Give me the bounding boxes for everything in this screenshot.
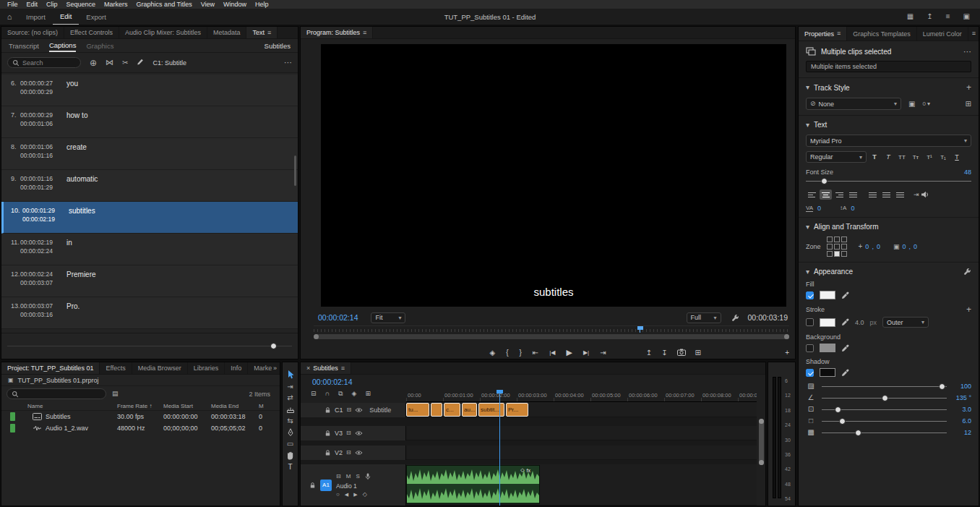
project-item-row[interactable]: Audio 1_2.wav 48000 Hz 00;00;00;00 00;05… <box>1 422 280 434</box>
tab-libraries[interactable]: Libraries <box>188 362 225 374</box>
clip-fx-badge[interactable]: ◇fx <box>520 467 530 473</box>
menu-clip[interactable]: Clip <box>42 1 62 8</box>
tab-properties[interactable]: Properties≡ <box>799 27 847 41</box>
comparison-view-button[interactable]: ⊞ <box>695 346 701 358</box>
speaker-icon[interactable] <box>921 191 929 198</box>
tab-lumetri-color[interactable]: Lumetri Color <box>917 27 968 41</box>
track-style-section-header[interactable]: ▾ Track Style + <box>806 83 971 92</box>
caption-text[interactable]: Premiere <box>66 270 298 278</box>
track-select-tool[interactable]: ⇥ <box>287 383 293 391</box>
add-style-icon[interactable]: + <box>966 83 971 92</box>
caption-row[interactable]: 9.00:00:01:1600:00:01:29automatic <box>1 170 298 202</box>
menu-markers[interactable]: Markers <box>100 1 132 8</box>
eye-icon[interactable] <box>355 407 363 413</box>
keyframe-toggle-icon[interactable]: ○ <box>336 492 340 498</box>
tab-sequence-subtitles[interactable]: × Subtitles ≡ <box>301 362 351 374</box>
tab-source-monitor[interactable]: Source: (no clips) <box>1 27 64 38</box>
tab-media-browser[interactable]: Media Browser <box>132 362 188 374</box>
ripple-edit-tool[interactable]: ⇄ <box>287 394 293 401</box>
track-v3-header[interactable]: V3 ⊟ <box>301 426 406 440</box>
tab-program-monitor[interactable]: Program: Subtitles≡ <box>301 27 373 38</box>
caption-track-selector[interactable]: C1: Subtitle <box>152 59 186 67</box>
quick-export-icon[interactable]: ↥ <box>927 13 932 20</box>
workspaces-icon[interactable]: ▦ <box>907 13 914 20</box>
caption-clip[interactable]: au... <box>462 403 477 417</box>
offset-x-value[interactable]: 0 <box>902 243 906 250</box>
item-name[interactable]: Subtitles <box>46 413 71 420</box>
apply-style-icon[interactable]: ▣ <box>908 101 915 108</box>
captions-scrollbar[interactable] <box>294 155 296 186</box>
tab-graphics-templates[interactable]: Graphics Templates <box>847 27 916 41</box>
subtab-transcript[interactable]: Transcript <box>9 42 39 50</box>
stroke-checkbox[interactable] <box>806 318 814 326</box>
hand-tool[interactable] <box>286 451 294 460</box>
nest-icon[interactable]: ⊟ <box>311 391 317 397</box>
shadow-checkbox[interactable] <box>806 369 814 377</box>
fill-checkbox[interactable] <box>806 291 814 299</box>
eyedropper-icon[interactable] <box>841 318 849 326</box>
caption-clip[interactable] <box>431 403 442 417</box>
underline-button[interactable]: T <box>951 152 963 163</box>
more-options-icon[interactable]: ⋯ <box>963 48 971 56</box>
position-y-value[interactable]: 0 <box>877 243 880 250</box>
fill-color-swatch[interactable] <box>820 291 835 299</box>
caption-text[interactable]: you <box>66 80 298 88</box>
position-x-value[interactable]: 0 <box>865 243 869 250</box>
caption-text[interactable]: create <box>66 143 298 151</box>
appearance-wrench-icon[interactable] <box>963 268 971 276</box>
mute-button[interactable]: M <box>346 474 351 480</box>
shadow-size-value[interactable]: 6.0 <box>953 417 971 425</box>
shadow-color-swatch[interactable] <box>820 368 835 377</box>
tab-text[interactable]: Text≡ <box>246 27 278 38</box>
background-checkbox[interactable] <box>806 344 814 352</box>
tab-audio-clip-mixer[interactable]: Audio Clip Mixer: Subtitles <box>119 27 207 38</box>
align-center-button[interactable] <box>820 189 832 200</box>
column-m[interactable]: M <box>259 403 278 409</box>
timeline-settings-icon[interactable]: ⊞ <box>365 391 371 397</box>
panel-menu-icon[interactable]: ≡ <box>837 30 841 37</box>
item-name[interactable]: Audio 1_2.wav <box>46 425 88 432</box>
font-family-dropdown[interactable]: Myriad Pro ▾ <box>806 135 971 147</box>
menu-graphics-titles[interactable]: Graphics and Titles <box>132 1 197 8</box>
align-left-button[interactable] <box>806 189 818 200</box>
project-item-row[interactable]: Subtitles 30.00 fps 00:00:00:00 00:00:03… <box>1 411 280 422</box>
add-marker-icon[interactable]: ◈ <box>351 391 356 397</box>
selection-tool[interactable] <box>287 370 294 380</box>
tab-metadata[interactable]: Metadata <box>207 27 247 38</box>
eye-icon[interactable] <box>355 450 363 456</box>
next-keyframe-icon[interactable]: ▶ <box>353 492 357 497</box>
panel-menu-icon[interactable]: ≡ <box>267 30 271 36</box>
play-button[interactable]: ▶ <box>566 346 572 358</box>
slip-tool[interactable]: ⇆ <box>287 417 293 425</box>
track-a1-id[interactable]: A1 <box>320 480 332 491</box>
project-bin-row[interactable]: ▣ TUT_PP_Subtitles 01.prproj <box>1 375 280 386</box>
razor-tool[interactable] <box>286 405 295 414</box>
faux-italic-button[interactable]: T <box>882 152 894 163</box>
zoom-handle-left[interactable] <box>314 334 319 339</box>
line-spacing-button[interactable] <box>867 189 879 200</box>
eyedropper-icon[interactable] <box>841 291 849 299</box>
track-c1-lane[interactable]: tu... c... au... subtit... Pr... <box>406 403 757 417</box>
type-tool[interactable]: T <box>288 464 292 471</box>
shadow-angle-slider[interactable] <box>822 395 947 401</box>
caption-clip[interactable]: Pr... <box>506 403 528 417</box>
space-after-button[interactable] <box>894 189 906 200</box>
mark-out-button[interactable]: } <box>519 346 521 358</box>
lift-button[interactable]: ↥ <box>646 346 652 358</box>
list-view-icon[interactable]: ▤ <box>112 391 119 397</box>
search-input[interactable] <box>22 59 73 67</box>
shadow-opacity-slider[interactable] <box>822 383 947 390</box>
voiceover-mic-icon[interactable] <box>365 473 371 480</box>
leading-value[interactable]: 0 <box>851 205 854 212</box>
playback-resolution-dropdown[interactable]: Full▾ <box>687 312 721 323</box>
track-v3-lane[interactable] <box>406 426 757 440</box>
faux-bold-button[interactable]: T <box>869 152 880 163</box>
space-before-button[interactable] <box>880 189 893 200</box>
track-c1-header[interactable]: C1 ⊟ Subtitle <box>301 403 406 417</box>
linked-selection-icon[interactable]: ⧉ <box>338 391 343 397</box>
caption-row[interactable]: 13.00:00:03:0700:00:03:16Pro. <box>1 297 298 329</box>
lock-icon[interactable] <box>324 430 331 437</box>
caption-zoom-knob[interactable] <box>270 343 277 349</box>
program-playhead[interactable] <box>637 326 643 330</box>
shadow-distance-value[interactable]: 3.0 <box>953 406 971 413</box>
